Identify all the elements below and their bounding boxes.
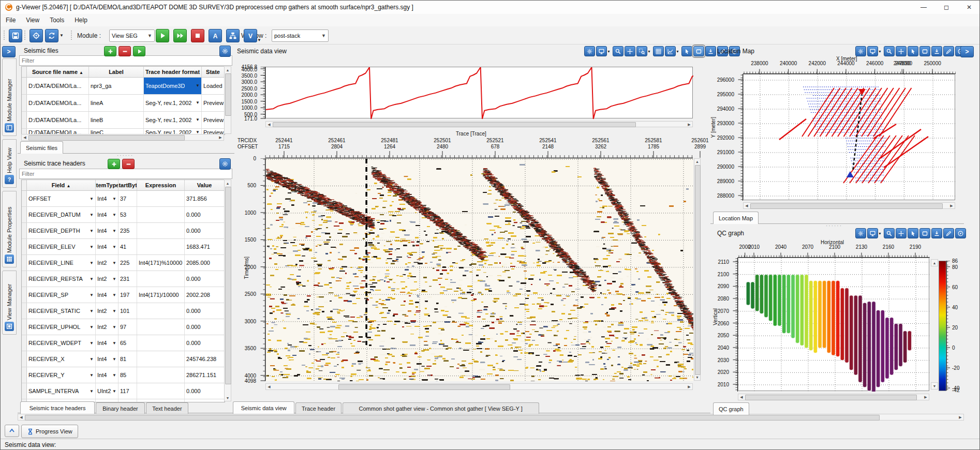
headers-filter-input[interactable] [19, 169, 232, 179]
map-display-button[interactable]: ▼ [867, 46, 878, 56]
seismic-view-export-button[interactable] [705, 46, 716, 56]
header-row-RECEIVER_REFSTA[interactable]: RECEIVER_REFSTA▼Int2▼2310.000 [22, 271, 225, 287]
sidebar-tab-view-manager[interactable]: View Manager [2, 271, 17, 335]
headers-remove-button[interactable] [122, 159, 135, 169]
field-dropdown-cell[interactable]: RECEIVER_DATUM▼ [27, 207, 96, 222]
window-hscrollbar[interactable]: ◀ ▶ [18, 414, 964, 421]
run-fast-button[interactable] [173, 29, 187, 42]
seismic-view-settings-button[interactable] [584, 46, 595, 56]
files-row-1[interactable]: D:/DATA/DEMO/La...lineASeg-Y, rev.1, 200… [22, 95, 225, 112]
seismic-view-pan-button[interactable] [625, 46, 635, 56]
type-dropdown-cell[interactable]: Int2▼ [96, 303, 118, 319]
save-button[interactable] [9, 29, 22, 42]
headers-col-4[interactable]: Value [185, 180, 225, 190]
v-tool-button[interactable]: V [244, 29, 257, 42]
map-settings-button[interactable] [855, 46, 866, 56]
map-pan-button[interactable] [896, 46, 907, 56]
center-tab-0[interactable]: Seismic data view [233, 401, 294, 414]
type-dropdown-cell[interactable]: Int4▼ [96, 287, 118, 303]
header-row-RECEIVER_DATUM[interactable]: RECEIVER_DATUM▼Int4▼530.000 [22, 207, 225, 223]
type-dropdown-cell[interactable]: Int2▼ [96, 319, 118, 335]
type-dropdown-cell[interactable]: Int4▼ [96, 239, 118, 254]
menu-help[interactable]: Help [69, 15, 93, 25]
files-col-1[interactable]: Label [89, 67, 144, 77]
type-dropdown-cell[interactable]: Int4▼ [96, 335, 118, 351]
headers-tab-0[interactable]: Seismic trace headers [20, 401, 95, 414]
files-filter-input[interactable] [19, 55, 232, 66]
qc-select-rect-button[interactable] [919, 228, 930, 238]
files-col-0[interactable]: Source file name ▲ [27, 67, 89, 77]
files-run-button[interactable] [133, 46, 145, 56]
type-dropdown-cell[interactable]: Int4▼ [96, 351, 118, 367]
qc-pan-button[interactable] [896, 228, 907, 238]
files-col-2[interactable]: Trace header format [144, 67, 202, 77]
offset-chart-hscrollbar[interactable]: ◀ ▶ [265, 121, 693, 127]
window-combobox[interactable]: post-stack▼ [272, 29, 329, 42]
seismic-vscrollbar[interactable]: ▲ ▼ [694, 158, 701, 381]
qc-display-button[interactable]: ▼ [867, 228, 878, 238]
qc-hscrollbar[interactable]: ◀ ▶ [738, 394, 929, 400]
qc-cursor-button[interactable] [908, 228, 918, 238]
menu-view[interactable]: View [21, 15, 44, 25]
files-table-vscrollbar[interactable]: ▲ [224, 66, 231, 134]
qc-zoom-button[interactable] [884, 228, 895, 238]
headers-col-1[interactable]: ItemType [96, 180, 118, 190]
qc-compass-button[interactable] [955, 228, 966, 238]
chevron-down-icon[interactable]: ▼ [607, 50, 611, 53]
close-button[interactable]: ✕ [958, 1, 980, 14]
field-dropdown-cell[interactable]: RECEIVER_WDEPT▼ [27, 335, 96, 351]
chevron-down-icon[interactable]: ▼ [647, 50, 651, 53]
toolbar-grip[interactable] [71, 31, 73, 40]
field-dropdown-cell[interactable]: RECEIVER_DEPTH▼ [27, 223, 96, 238]
headers-add-button[interactable] [108, 159, 120, 169]
reload-button[interactable] [29, 29, 43, 42]
menu-tools[interactable]: Tools [44, 15, 69, 25]
field-dropdown-cell[interactable]: SAMPLE_INTERVA▼ [27, 383, 96, 399]
center-tab-2[interactable]: Common shot gather view - Common shot ga… [343, 402, 539, 414]
files-col-3[interactable]: State [202, 67, 225, 77]
center-tab-1[interactable]: Trace header [295, 402, 341, 414]
qc-export-button[interactable] [931, 228, 942, 238]
headers-col-2[interactable]: StartByte [118, 180, 137, 190]
run-button[interactable] [156, 29, 169, 42]
format-dropdown-cell[interactable]: Seg-Y, rev.1, 2002▼ [144, 95, 202, 111]
field-dropdown-cell[interactable]: RECEIVER_X▼ [27, 351, 96, 367]
format-dropdown-cell[interactable]: TeapotDome3D▼ [144, 78, 202, 94]
type-dropdown-cell[interactable]: Int2▼ [96, 271, 118, 287]
header-row-RECEIVER_LINE[interactable]: RECEIVER_LINE▼Int2▼225Int4(171)%10000208… [22, 255, 225, 271]
seismic-view-cursor-button[interactable] [681, 46, 692, 56]
field-dropdown-cell[interactable]: RECEIVER_SP▼ [27, 287, 96, 303]
field-dropdown-cell[interactable]: RECEIVER_REFSTA▼ [27, 271, 96, 287]
header-row-RECEIVER_UPHOL[interactable]: RECEIVER_UPHOL▼Int2▼970.000 [22, 319, 225, 335]
qc-scroll-up[interactable]: ▲ [931, 259, 938, 266]
files-row-0[interactable]: D:/DATA/DEMO/La...npr3_gaTeapotDome3D▼Lo… [22, 78, 225, 95]
headers-col-3[interactable]: Expression [137, 180, 185, 190]
headers-col-0[interactable]: Field ▲ [27, 180, 96, 190]
files-row-2[interactable]: D:/DATA/DEMO/La...lineBSeg-Y, rev.1, 200… [22, 112, 225, 129]
text-a-button[interactable]: A [209, 29, 222, 42]
headers-tab-1[interactable]: Binary header [96, 402, 145, 414]
type-dropdown-cell[interactable]: Int4▼ [96, 207, 118, 222]
header-row-SAMPLE_INTERVA[interactable]: SAMPLE_INTERVA▼UInt2▼1170.000 [22, 383, 225, 399]
stop-button[interactable] [191, 29, 204, 42]
minimize-button[interactable]: — [912, 1, 935, 14]
headers-settings-button[interactable] [219, 158, 231, 170]
sidebar-tab-module-properties[interactable]: Module Properties [2, 191, 17, 267]
type-dropdown-cell[interactable]: Int4▼ [96, 223, 118, 238]
field-dropdown-cell[interactable]: RECEIVER_ELEV▼ [27, 239, 96, 254]
header-row-RECEIVER_Y[interactable]: RECEIVER_Y▼Int4▼85286271.151 [22, 367, 225, 383]
tab-qc-graph[interactable]: QC graph [713, 402, 749, 415]
qc-scroll-down[interactable]: ▼ [931, 382, 938, 389]
splitter-handle[interactable]: ······ [826, 223, 842, 229]
files-settings-button[interactable] [219, 46, 231, 57]
header-row-RECEIVER_DEPTH[interactable]: RECEIVER_DEPTH▼Int4▼2350.000 [22, 223, 225, 239]
field-dropdown-cell[interactable]: RECEIVER_Y▼ [27, 367, 96, 383]
format-dropdown-cell[interactable]: Seg-Y, rev.1, 2002▼ [144, 112, 202, 128]
header-row-RECEIVER_SP[interactable]: RECEIVER_SP▼Int4▼197Int4(171)/100002002.… [22, 287, 225, 303]
module-combobox[interactable]: View SEG▼ [109, 29, 155, 42]
type-dropdown-cell[interactable]: UInt2▼ [96, 383, 118, 399]
menu-file[interactable]: File [1, 15, 21, 25]
sidebar-expand-button[interactable]: > [2, 46, 16, 57]
qc-draw-button[interactable] [943, 228, 954, 238]
map-cursor-button[interactable] [908, 46, 918, 56]
